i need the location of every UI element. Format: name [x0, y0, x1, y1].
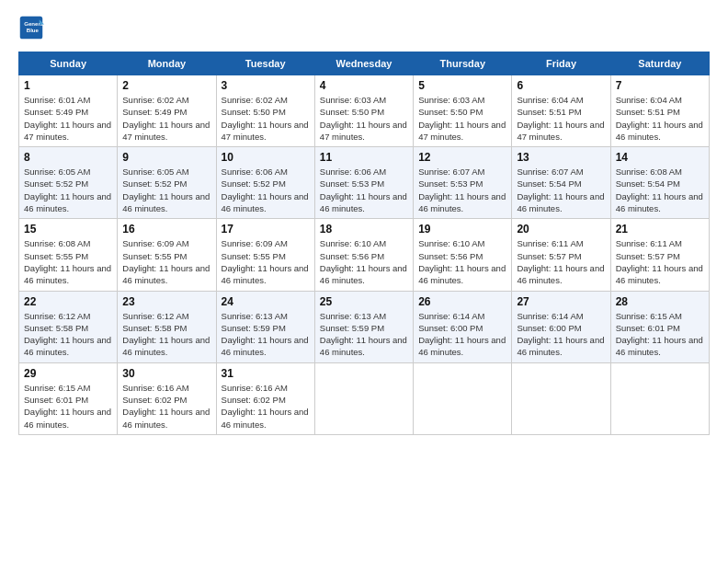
day-number: 15	[24, 223, 112, 236]
day-number: 20	[517, 223, 605, 236]
day-info: Sunrise: 6:07 AMSunset: 5:53 PMDaylight:…	[418, 166, 506, 214]
day-number: 8	[24, 151, 112, 164]
table-row: 11Sunrise: 6:06 AMSunset: 5:53 PMDayligh…	[314, 147, 413, 219]
day-info: Sunrise: 6:14 AMSunset: 6:00 PMDaylight:…	[418, 310, 506, 359]
table-row: 19Sunrise: 6:10 AMSunset: 5:56 PMDayligh…	[414, 219, 512, 291]
day-info: Sunrise: 6:13 AMSunset: 5:59 PMDaylight:…	[222, 310, 310, 359]
day-info: Sunrise: 6:12 AMSunset: 5:58 PMDaylight:…	[122, 310, 210, 359]
day-info: Sunrise: 6:09 AMSunset: 5:55 PMDaylight:…	[222, 237, 310, 286]
day-info: Sunrise: 6:16 AMSunset: 6:02 PMDaylight:…	[122, 382, 210, 431]
calendar-header-wednesday: Wednesday	[314, 52, 413, 75]
day-info: Sunrise: 6:15 AMSunset: 6:01 PMDaylight:…	[616, 310, 704, 359]
day-number: 11	[320, 151, 408, 164]
day-number: 18	[320, 223, 408, 236]
day-number: 14	[616, 151, 704, 164]
table-row: 24Sunrise: 6:13 AMSunset: 5:59 PMDayligh…	[216, 291, 314, 362]
table-row: 12Sunrise: 6:07 AMSunset: 5:53 PMDayligh…	[414, 147, 512, 219]
table-row: 18Sunrise: 6:10 AMSunset: 5:56 PMDayligh…	[314, 219, 413, 291]
day-number: 9	[122, 151, 210, 164]
day-number: 7	[616, 79, 704, 92]
day-info: Sunrise: 6:08 AMSunset: 5:55 PMDaylight:…	[24, 237, 112, 286]
day-info: Sunrise: 6:05 AMSunset: 5:52 PMDaylight:…	[24, 166, 112, 214]
day-info: Sunrise: 6:02 AMSunset: 5:49 PMDaylight:…	[122, 94, 210, 143]
table-row: 23Sunrise: 6:12 AMSunset: 5:58 PMDayligh…	[118, 291, 216, 362]
day-info: Sunrise: 6:03 AMSunset: 5:50 PMDaylight:…	[320, 94, 408, 143]
table-row: 17Sunrise: 6:09 AMSunset: 5:55 PMDayligh…	[216, 219, 314, 291]
day-info: Sunrise: 6:06 AMSunset: 5:52 PMDaylight:…	[222, 166, 310, 214]
table-row: 16Sunrise: 6:09 AMSunset: 5:55 PMDayligh…	[118, 219, 216, 291]
day-number: 28	[616, 295, 704, 308]
day-info: Sunrise: 6:12 AMSunset: 5:58 PMDaylight:…	[24, 310, 112, 359]
day-info: Sunrise: 6:11 AMSunset: 5:57 PMDaylight:…	[517, 237, 605, 286]
day-info: Sunrise: 6:04 AMSunset: 5:51 PMDaylight:…	[517, 94, 605, 143]
table-row: 14Sunrise: 6:08 AMSunset: 5:54 PMDayligh…	[610, 147, 709, 219]
day-number: 19	[418, 223, 506, 236]
table-row: 21Sunrise: 6:11 AMSunset: 5:57 PMDayligh…	[610, 219, 709, 291]
table-row: 31Sunrise: 6:16 AMSunset: 6:02 PMDayligh…	[216, 362, 314, 434]
day-number: 21	[616, 223, 704, 236]
day-number: 24	[222, 295, 310, 308]
day-info: Sunrise: 6:08 AMSunset: 5:54 PMDaylight:…	[616, 166, 704, 214]
day-info: Sunrise: 6:09 AMSunset: 5:55 PMDaylight:…	[122, 237, 210, 286]
day-number: 4	[320, 79, 408, 92]
table-row: 22Sunrise: 6:12 AMSunset: 5:58 PMDayligh…	[19, 291, 118, 362]
day-number: 25	[320, 295, 408, 308]
day-number: 29	[24, 367, 112, 380]
table-row: 26Sunrise: 6:14 AMSunset: 6:00 PMDayligh…	[414, 291, 512, 362]
table-row: 28Sunrise: 6:15 AMSunset: 6:01 PMDayligh…	[610, 291, 709, 362]
day-info: Sunrise: 6:14 AMSunset: 6:00 PMDaylight:…	[517, 310, 605, 359]
table-row: 9Sunrise: 6:05 AMSunset: 5:52 PMDaylight…	[118, 147, 216, 219]
day-number: 22	[24, 295, 112, 308]
table-row: 4Sunrise: 6:03 AMSunset: 5:50 PMDaylight…	[314, 75, 413, 147]
day-info: Sunrise: 6:03 AMSunset: 5:50 PMDaylight:…	[418, 94, 506, 143]
table-row: 27Sunrise: 6:14 AMSunset: 6:00 PMDayligh…	[512, 291, 610, 362]
day-info: Sunrise: 6:15 AMSunset: 6:01 PMDaylight:…	[24, 382, 112, 431]
day-number: 30	[122, 367, 210, 380]
day-number: 12	[418, 151, 506, 164]
day-number: 16	[122, 223, 210, 236]
table-row: 6Sunrise: 6:04 AMSunset: 5:51 PMDaylight…	[512, 75, 610, 147]
day-number: 26	[418, 295, 506, 308]
table-row: 30Sunrise: 6:16 AMSunset: 6:02 PMDayligh…	[118, 362, 216, 434]
calendar-header-monday: Monday	[118, 52, 216, 75]
table-row: 8Sunrise: 6:05 AMSunset: 5:52 PMDaylight…	[19, 147, 118, 219]
day-info: Sunrise: 6:13 AMSunset: 5:59 PMDaylight:…	[320, 310, 408, 359]
table-row: 25Sunrise: 6:13 AMSunset: 5:59 PMDayligh…	[314, 291, 413, 362]
table-row: 3Sunrise: 6:02 AMSunset: 5:50 PMDaylight…	[216, 75, 314, 147]
calendar-header-friday: Friday	[512, 52, 610, 75]
calendar-header-saturday: Saturday	[610, 52, 709, 75]
day-number: 27	[517, 295, 605, 308]
table-row: 1Sunrise: 6:01 AMSunset: 5:49 PMDaylight…	[19, 75, 118, 147]
day-number: 3	[222, 79, 310, 92]
day-info: Sunrise: 6:10 AMSunset: 5:56 PMDaylight:…	[320, 237, 408, 286]
day-info: Sunrise: 6:05 AMSunset: 5:52 PMDaylight:…	[122, 166, 210, 214]
day-info: Sunrise: 6:04 AMSunset: 5:51 PMDaylight:…	[616, 94, 704, 143]
logo: General Blue	[18, 15, 48, 40]
calendar-header-tuesday: Tuesday	[216, 52, 314, 75]
day-info: Sunrise: 6:06 AMSunset: 5:53 PMDaylight:…	[320, 166, 408, 214]
logo-icon: General Blue	[18, 15, 44, 40]
table-row	[414, 362, 512, 434]
table-row	[610, 362, 709, 434]
day-number: 13	[517, 151, 605, 164]
day-number: 6	[517, 79, 605, 92]
day-info: Sunrise: 6:02 AMSunset: 5:50 PMDaylight:…	[222, 94, 310, 143]
table-row: 29Sunrise: 6:15 AMSunset: 6:01 PMDayligh…	[19, 362, 118, 434]
calendar-table: SundayMondayTuesdayWednesdayThursdayFrid…	[18, 52, 710, 435]
day-number: 2	[122, 79, 210, 92]
day-info: Sunrise: 6:16 AMSunset: 6:02 PMDaylight:…	[222, 382, 310, 431]
table-row	[512, 362, 610, 434]
table-row: 5Sunrise: 6:03 AMSunset: 5:50 PMDaylight…	[414, 75, 512, 147]
day-info: Sunrise: 6:01 AMSunset: 5:49 PMDaylight:…	[24, 94, 112, 143]
table-row: 2Sunrise: 6:02 AMSunset: 5:49 PMDaylight…	[118, 75, 216, 147]
day-number: 10	[222, 151, 310, 164]
table-row: 7Sunrise: 6:04 AMSunset: 5:51 PMDaylight…	[610, 75, 709, 147]
calendar-header-sunday: Sunday	[19, 52, 118, 75]
svg-text:Blue: Blue	[27, 27, 40, 33]
calendar-header-thursday: Thursday	[414, 52, 512, 75]
day-info: Sunrise: 6:07 AMSunset: 5:54 PMDaylight:…	[517, 166, 605, 214]
day-info: Sunrise: 6:11 AMSunset: 5:57 PMDaylight:…	[616, 237, 704, 286]
day-number: 17	[222, 223, 310, 236]
table-row	[314, 362, 413, 434]
day-number: 5	[418, 79, 506, 92]
